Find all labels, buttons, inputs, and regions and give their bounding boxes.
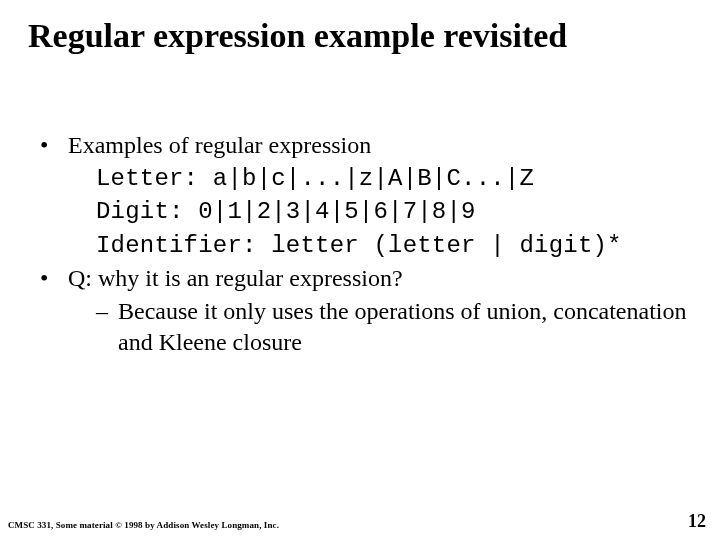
bullet-text: Examples of regular expression bbox=[68, 130, 700, 161]
bullet-marker-icon: • bbox=[36, 130, 68, 161]
slide-body: • Examples of regular expression Letter:… bbox=[36, 130, 700, 358]
code-line: Letter: a|b|c|...|z|A|B|C...|Z bbox=[96, 163, 700, 194]
sub-bullet-text: Because it only uses the operations of u… bbox=[118, 296, 700, 358]
bullet-marker-icon: • bbox=[36, 263, 68, 294]
code-line: Identifier: letter (letter | digit)* bbox=[96, 230, 700, 261]
dash-marker-icon: – bbox=[96, 296, 118, 358]
code-line: Digit: 0|1|2|3|4|5|6|7|8|9 bbox=[96, 196, 700, 227]
slide: Regular expression example revisited • E… bbox=[0, 0, 720, 540]
page-number: 12 bbox=[688, 511, 706, 532]
bullet-item: • Examples of regular expression bbox=[36, 130, 700, 161]
bullet-text: Q: why it is an regular expression? bbox=[68, 263, 700, 294]
slide-title: Regular expression example revisited bbox=[28, 16, 700, 55]
footer-text: CMSC 331, Some material © 1998 by Addiso… bbox=[8, 520, 279, 530]
bullet-item: • Q: why it is an regular expression? bbox=[36, 263, 700, 294]
sub-bullet-item: – Because it only uses the operations of… bbox=[96, 296, 700, 358]
